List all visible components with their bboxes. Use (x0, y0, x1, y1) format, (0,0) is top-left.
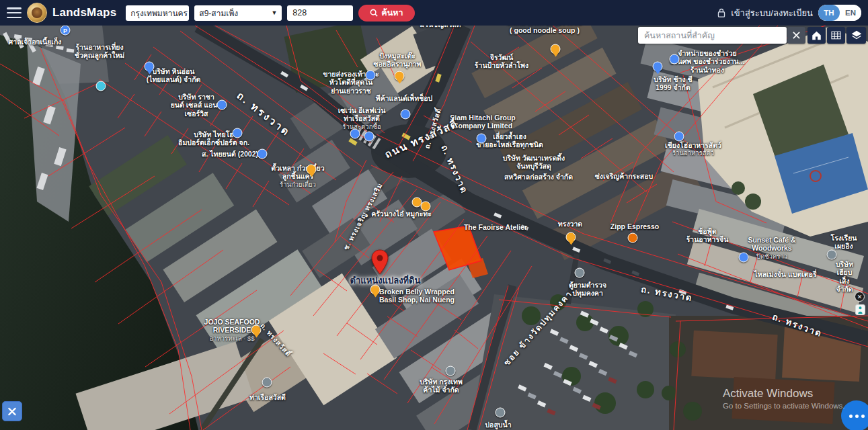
map-sheet-select[interactable]: ส9-สามเพ็ง ▼ (194, 5, 282, 21)
streetview-pegman-button[interactable] (855, 304, 865, 315)
login-register-link[interactable]: เข้าสู่ระบบ/ลงทะเบียน (731, 6, 813, 20)
close-icon (793, 32, 800, 39)
home-icon (812, 31, 822, 40)
landsmaps-app: ศาลเจ้าอาเนี้ยเก็งร้านอาหารเที่ยง ชั่วคุ… (0, 0, 868, 430)
chevron-down-icon: ▼ (264, 9, 277, 16)
ellipsis-icon (849, 415, 853, 418)
brand-title: LandsMaps (52, 6, 116, 19)
home-button[interactable] (807, 27, 826, 44)
search-button[interactable]: ค้นหา (358, 5, 414, 22)
language-toggle: TH EN (818, 5, 861, 21)
mini-close-button[interactable]: ✕ (855, 292, 865, 302)
more-options-button[interactable] (841, 400, 868, 430)
grid-button[interactable] (827, 27, 845, 44)
grid-icon (831, 31, 841, 40)
layers-icon (851, 30, 862, 40)
province-select-value: กรุงเทพมหานคร (130, 7, 188, 19)
measure-tool-button[interactable] (2, 401, 22, 421)
parcel-location-label: ตำแหน่งแปลงที่ดิน (350, 273, 421, 288)
parcel-marker-pin (371, 249, 389, 275)
province-select[interactable]: กรุงเทพมหานคร ▼ (126, 5, 189, 21)
top-navbar: LandsMaps กรุงเทพมหานคร ▼ ส9-สามเพ็ง ▼ ค… (0, 0, 868, 26)
clear-search-button[interactable] (787, 27, 805, 44)
lang-th-button[interactable]: TH (818, 5, 840, 21)
poi-search-input[interactable] (638, 27, 787, 44)
lock-icon (717, 8, 725, 17)
lang-en-button[interactable]: EN (840, 5, 861, 21)
map-canvas[interactable]: ศาลเจ้าอาเนี้ยเก็งร้านอาหารเที่ยง ชั่วคุ… (0, 0, 868, 430)
search-button-label: ค้นหา (381, 6, 403, 19)
map-sheet-select-value: ส9-สามเพ็ง (199, 7, 238, 19)
satellite-basemap (0, 0, 868, 430)
pegman-icon (857, 306, 863, 314)
layers-button[interactable] (846, 27, 866, 44)
menu-icon[interactable] (7, 7, 22, 18)
department-of-lands-logo (27, 3, 47, 23)
parcel-number-input[interactable] (287, 5, 353, 21)
poi-search-bar (638, 27, 787, 44)
search-icon (370, 9, 378, 17)
measure-tools-icon (7, 405, 17, 418)
